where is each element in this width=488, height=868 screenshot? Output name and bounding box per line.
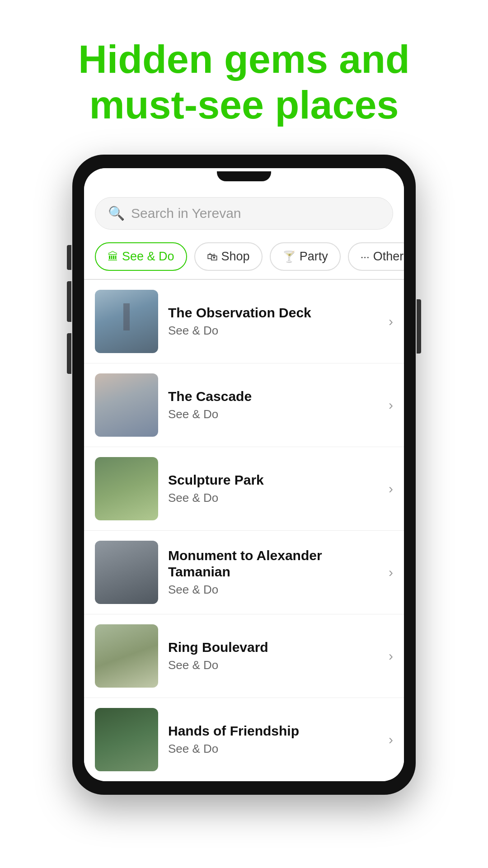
list-item[interactable]: The Observation Deck See & Do › <box>84 280 404 363</box>
phone-power-button <box>417 299 421 354</box>
tab-other-label: Other <box>373 250 404 264</box>
tab-shop-label: Shop <box>221 250 250 264</box>
place-list: The Observation Deck See & Do › The Casc… <box>84 280 404 781</box>
phone-topbar <box>84 168 404 184</box>
place-name: The Cascade <box>168 388 379 405</box>
place-thumbnail <box>95 290 158 353</box>
place-category: See & Do <box>168 407 379 421</box>
list-item[interactable]: The Cascade See & Do › <box>84 363 404 447</box>
place-thumbnail <box>95 708 158 771</box>
place-name: Ring Boulevard <box>168 639 379 656</box>
list-item[interactable]: Sculpture Park See & Do › <box>84 447 404 530</box>
place-category: See & Do <box>168 742 379 756</box>
phone-volume-up <box>67 281 71 322</box>
page-header: Hidden gems and must-see places <box>0 0 488 155</box>
chevron-right-icon: › <box>389 648 393 664</box>
place-name: Sculpture Park <box>168 472 379 488</box>
search-bar-container: 🔍 Search in Yerevan <box>84 184 404 238</box>
other-icon: ··· <box>361 250 370 263</box>
place-thumbnail <box>95 457 158 520</box>
phone-volume-down <box>67 333 71 374</box>
place-info: Ring Boulevard See & Do <box>168 639 379 672</box>
chevron-right-icon: › <box>389 732 393 747</box>
place-info: Sculpture Park See & Do <box>168 472 379 505</box>
tab-party-label: Party <box>300 250 328 264</box>
phone-notch <box>217 171 271 181</box>
tab-other[interactable]: ··· Other <box>348 242 404 271</box>
place-category: See & Do <box>168 583 379 597</box>
place-info: Hands of Friendship See & Do <box>168 723 379 756</box>
tab-see-do[interactable]: 🏛 See & Do <box>95 242 187 271</box>
phone-side-button <box>67 245 71 270</box>
search-icon: 🔍 <box>108 207 125 220</box>
search-bar[interactable]: 🔍 Search in Yerevan <box>95 197 393 230</box>
place-thumbnail <box>95 541 158 604</box>
chevron-right-icon: › <box>389 565 393 580</box>
place-info: The Observation Deck See & Do <box>168 305 379 338</box>
place-thumbnail <box>95 624 158 688</box>
list-item[interactable]: Ring Boulevard See & Do › <box>84 614 404 698</box>
list-item[interactable]: Hands of Friendship See & Do › <box>84 698 404 781</box>
phone-screen: 🔍 Search in Yerevan 🏛 See & Do 🛍 Shop 🍸 … <box>84 168 404 781</box>
place-thumbnail <box>95 373 158 437</box>
filter-tabs: 🏛 See & Do 🛍 Shop 🍸 Party ··· Other <box>84 238 404 279</box>
party-icon: 🍸 <box>282 250 296 263</box>
place-name: The Observation Deck <box>168 305 379 321</box>
place-category: See & Do <box>168 491 379 505</box>
place-info: Monument to Alexander Tamanian See & Do <box>168 547 379 597</box>
tab-shop[interactable]: 🛍 Shop <box>194 242 263 271</box>
shop-icon: 🛍 <box>207 250 218 263</box>
search-input-placeholder[interactable]: Search in Yerevan <box>131 206 241 221</box>
tab-party[interactable]: 🍸 Party <box>270 242 341 271</box>
list-item[interactable]: Monument to Alexander Tamanian See & Do … <box>84 530 404 614</box>
place-name: Hands of Friendship <box>168 723 379 739</box>
page-title: Hidden gems and must-see places <box>27 36 461 127</box>
place-name: Monument to Alexander Tamanian <box>168 547 379 580</box>
see-do-icon: 🏛 <box>108 250 118 263</box>
place-category: See & Do <box>168 324 379 338</box>
chevron-right-icon: › <box>389 481 393 496</box>
place-category: See & Do <box>168 658 379 672</box>
chevron-right-icon: › <box>389 397 393 413</box>
phone-frame: 🔍 Search in Yerevan 🏛 See & Do 🛍 Shop 🍸 … <box>72 155 416 795</box>
place-info: The Cascade See & Do <box>168 388 379 421</box>
chevron-right-icon: › <box>389 314 393 329</box>
tab-see-do-label: See & Do <box>122 250 174 264</box>
